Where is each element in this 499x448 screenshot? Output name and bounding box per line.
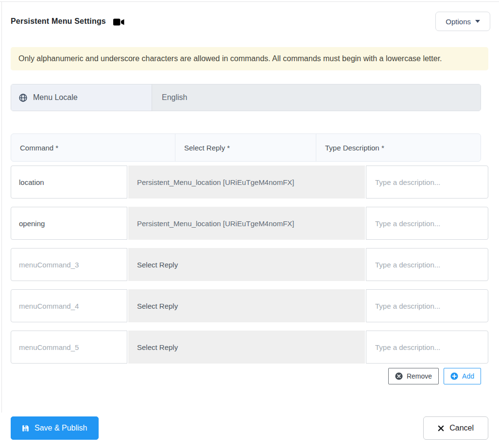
command-input-5[interactable] (11, 331, 127, 364)
cancel-button-label: Cancel (449, 424, 474, 432)
reply-select-5[interactable]: Select Reply (128, 331, 365, 364)
table-row: Select Reply (11, 289, 488, 322)
commands-table-header: Command * Select Reply * Type Descriptio… (11, 133, 481, 162)
save-publish-button-label: Save & Publish (34, 424, 87, 432)
row-actions: Remove Add (0, 368, 499, 384)
video-camera-icon[interactable] (113, 18, 124, 26)
circle-plus-icon (450, 372, 458, 380)
description-input-5[interactable] (366, 331, 488, 364)
add-button-label: Add (462, 372, 474, 380)
command-input-2[interactable] (11, 207, 127, 240)
floppy-disk-icon (22, 425, 29, 432)
options-button[interactable]: Options (435, 12, 490, 31)
table-row: Persistent_Menu_location [URiEuTgeM4nomF… (11, 166, 488, 199)
remove-button-label: Remove (407, 372, 432, 380)
caret-down-icon (475, 20, 480, 23)
command-rules-alert-text: Only alphanumeric and underscore charact… (18, 54, 442, 63)
table-row: Select Reply (11, 248, 488, 281)
reply-select-1-value: Persistent_Menu_location [URiEuTgeM4nomF… (137, 178, 294, 186)
description-input-3[interactable] (366, 248, 488, 281)
table-row: Select Reply (11, 331, 488, 364)
save-publish-button[interactable]: Save & Publish (11, 416, 99, 440)
description-input-4[interactable] (366, 289, 488, 322)
header-select-reply: Select Reply * (175, 134, 316, 161)
reply-select-5-value: Select Reply (137, 343, 178, 351)
globe-icon (19, 94, 27, 102)
table-row: Persistent_Menu_location [URiEuTgeM4nomF… (11, 207, 488, 240)
reply-select-3[interactable]: Select Reply (128, 248, 365, 281)
menu-locale-label: Menu Locale (11, 84, 152, 111)
command-input-1[interactable] (11, 166, 127, 199)
header-type-description: Type Description * (316, 134, 481, 161)
description-input-1[interactable] (366, 166, 488, 199)
title-wrap: Persistent Menu Settings (11, 17, 124, 26)
menu-locale-label-text: Menu Locale (33, 93, 78, 102)
header-command: Command * (11, 134, 175, 161)
menu-locale-group: Menu Locale English (11, 84, 481, 111)
menu-locale-value: English (152, 84, 481, 111)
options-button-label: Options (446, 17, 471, 26)
x-icon (438, 425, 444, 431)
cancel-button[interactable]: Cancel (423, 416, 488, 440)
reply-select-2[interactable]: Persistent_Menu_location [URiEuTgeM4nomF… (128, 207, 365, 240)
panel-footer: Save & Publish Cancel (0, 416, 499, 440)
description-input-2[interactable] (366, 207, 488, 240)
reply-select-4-value: Select Reply (137, 302, 178, 310)
command-rules-alert: Only alphanumeric and underscore charact… (11, 47, 488, 70)
reply-select-4[interactable]: Select Reply (128, 289, 365, 322)
reply-select-1[interactable]: Persistent_Menu_location [URiEuTgeM4nomF… (128, 166, 365, 199)
reply-select-2-value: Persistent_Menu_location [URiEuTgeM4nomF… (137, 219, 294, 228)
add-button[interactable]: Add (444, 368, 481, 384)
page-title: Persistent Menu Settings (11, 17, 106, 26)
panel-header: Persistent Menu Settings Options (0, 0, 499, 31)
reply-select-3-value: Select Reply (137, 261, 178, 269)
command-input-3[interactable] (11, 248, 127, 281)
persistent-menu-settings-panel: Persistent Menu Settings Options Only al… (0, 0, 499, 448)
remove-button[interactable]: Remove (388, 368, 439, 384)
circle-x-icon (395, 372, 403, 380)
menu-locale-value-text: English (162, 93, 187, 102)
command-input-4[interactable] (11, 289, 127, 322)
